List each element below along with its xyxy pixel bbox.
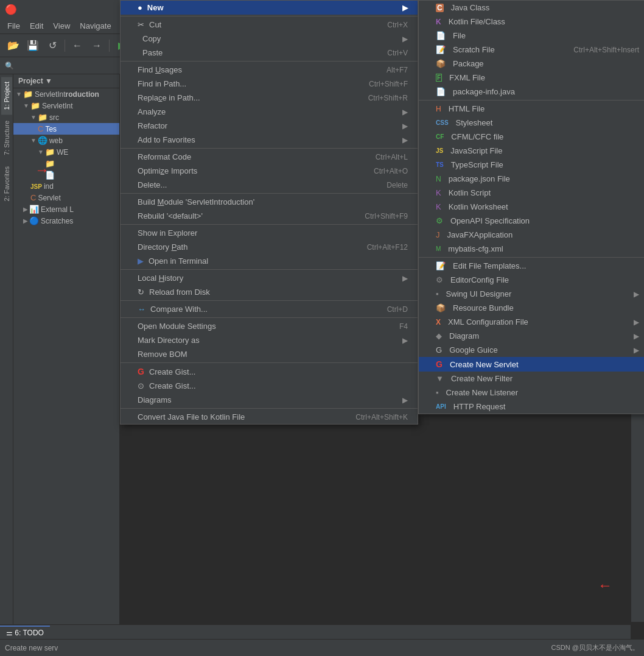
cm-item-mark-dir[interactable]: Mark Directory as ▶ xyxy=(121,333,418,347)
cm-item-paste[interactable]: Paste Ctrl+V xyxy=(121,46,418,60)
sm-item-ts[interactable]: TS TypeScript File xyxy=(419,158,644,172)
refresh-button[interactable]: ↺ xyxy=(44,37,61,54)
sm-item-create-servlet[interactable]: G Create New Servlet xyxy=(419,357,644,372)
cm-label-dir-path: Directory Path xyxy=(138,242,187,252)
sm-item-create-filter[interactable]: ▼ Create New Filter xyxy=(419,372,644,386)
tree-item-root[interactable]: ▼ 📁 ServletIntroduction xyxy=(13,88,119,100)
sm-item-pkg-info-left: 📄 package-info.java xyxy=(436,87,515,96)
menu-navigate[interactable]: Navigate xyxy=(75,19,116,32)
sm-item-javafx[interactable]: J JavaFXApplication xyxy=(419,228,644,242)
cm-item-compare[interactable]: ↔ Compare With... Ctrl+D xyxy=(121,302,418,316)
sm-item-pkg-json[interactable]: N package.json File xyxy=(419,172,644,186)
sm-item-file[interactable]: 📄 File xyxy=(419,29,644,43)
open-folder-button[interactable]: 📂 xyxy=(5,37,22,54)
cm-item-copy[interactable]: Copy ▶ xyxy=(121,32,418,46)
cm-item-compare-left: ↔ Compare With... xyxy=(138,305,208,314)
sm-item-create-listener[interactable]: ▪ Create New Listener xyxy=(419,386,644,400)
cm-item-reformat[interactable]: Reformat Code Ctrl+Alt+L xyxy=(121,150,418,164)
sm-item-html[interactable]: H HTML File xyxy=(419,102,644,116)
cm-label-show-explorer: Show in Explorer xyxy=(138,228,197,238)
cm-item-analyze[interactable]: Analyze ▶ xyxy=(121,105,418,119)
cm-item-refactor[interactable]: Refactor ▶ xyxy=(121,119,418,133)
cm-item-optimize[interactable]: Optimize Imports Ctrl+Alt+O xyxy=(121,164,418,178)
tree-item-we[interactable]: ▼ 📁 WE xyxy=(13,146,119,158)
save-button[interactable]: 💾 xyxy=(24,37,41,54)
cm-item-find-path[interactable]: Find in Path... Ctrl+Shift+F xyxy=(121,77,418,91)
cm-item-show-explorer[interactable]: Show in Explorer xyxy=(121,226,418,240)
tree-item-servletint[interactable]: ▼ 📁 ServletInt xyxy=(13,100,119,111)
kotlin-file-icon: K xyxy=(436,18,441,26)
cm-item-cut[interactable]: ✂ Cut Ctrl+X xyxy=(121,18,418,32)
sm-item-package[interactable]: 📦 Package xyxy=(419,57,644,71)
sm-item-pkg-info[interactable]: 📄 package-info.java xyxy=(419,85,644,99)
cm-shortcut-find-path: Ctrl+Shift+F xyxy=(369,80,408,88)
tree-item-ind[interactable]: JSP ind xyxy=(13,181,119,192)
tree-item-tes[interactable]: C Tes xyxy=(13,123,119,135)
sm-item-fxml-left: F FXML File xyxy=(436,73,485,82)
menu-view[interactable]: View xyxy=(48,19,75,32)
sm-item-swing[interactable]: ▪ Swing UI Designer ▶ xyxy=(419,287,644,301)
tree-label-ind: ind xyxy=(44,182,54,191)
sm-item-kotlin-file[interactable]: K Kotlin File/Class xyxy=(419,15,644,29)
cm-item-new[interactable]: ● New ▶ xyxy=(121,1,418,15)
tree-arrow-servletint: ▼ xyxy=(23,102,29,109)
sidebar-tab-structure[interactable]: 7: Structure xyxy=(1,116,12,160)
cm-item-delete[interactable]: Delete... Delete xyxy=(121,178,418,192)
sm-item-resource-bundle[interactable]: 📦 Resource Bundle xyxy=(419,301,644,315)
cm-item-remove-bom[interactable]: Remove BOM xyxy=(121,347,418,361)
sm-item-cfml[interactable]: CF CFML/CFC file xyxy=(419,130,644,144)
cm-item-dir-path[interactable]: Directory Path Ctrl+Alt+F12 xyxy=(121,240,418,254)
cm-item-create-gist2[interactable]: ⊙ Create Gist... xyxy=(121,379,418,393)
cm-item-convert-kotlin[interactable]: Convert Java File to Kotlin File Ctrl+Al… xyxy=(121,410,418,424)
tree-item-web[interactable]: ▼ 🌐 web xyxy=(13,135,119,146)
sm-item-openapi[interactable]: ⚙ OpenAPI Specification xyxy=(419,214,644,228)
cm-item-find-usages[interactable]: Find Usages Alt+F7 xyxy=(121,63,418,77)
sm-item-java-class[interactable]: C Java Class xyxy=(419,1,644,15)
cm-item-rebuild[interactable]: Rebuild '<default>' Ctrl+Shift+F9 xyxy=(121,209,418,223)
menu-file[interactable]: File xyxy=(2,19,25,32)
cm-item-replace-path[interactable]: Replace in Path... Ctrl+Shift+R xyxy=(121,91,418,105)
create-listener-icon: ▪ xyxy=(436,388,439,397)
sm-item-edit-templates[interactable]: 📝 Edit File Templates... xyxy=(419,259,644,273)
tree-item-servlet[interactable]: C Servlet xyxy=(13,192,119,203)
sm-item-http-request[interactable]: API HTTP Request xyxy=(419,400,644,414)
sm-item-kotlin-worksheet[interactable]: K Kotlin Worksheet xyxy=(419,200,644,214)
back-button[interactable]: ← xyxy=(69,37,86,54)
sm-item-diagram[interactable]: ◆ Diagram ▶ xyxy=(419,329,644,343)
sm-arrow-swing: ▶ xyxy=(634,290,639,298)
cm-item-reload[interactable]: ↻ Reload from Disk xyxy=(121,285,418,299)
sm-item-resource-bundle-left: 📦 Resource Bundle xyxy=(436,303,514,312)
forward-button[interactable]: → xyxy=(88,37,105,54)
sm-item-stylesheet[interactable]: CSS Stylesheet xyxy=(419,116,644,130)
cm-label-compare: Compare With... xyxy=(150,305,208,314)
cm-label-paste: Paste xyxy=(142,48,163,57)
tree-item-folder-inner[interactable]: 📁 xyxy=(13,158,119,169)
cm-item-build-module[interactable]: Build Module 'ServletIntroduction' xyxy=(121,195,418,209)
cm-item-add-favorites[interactable]: Add to Favorites ▶ xyxy=(121,133,418,147)
tree-item-external[interactable]: ▶ 📊 External L xyxy=(13,203,119,215)
sm-item-js[interactable]: JS JavaScript File xyxy=(419,144,644,158)
cm-item-create-gist1[interactable]: G Create Gist... xyxy=(121,364,418,379)
sidebar-tab-project[interactable]: 1: Project xyxy=(1,77,12,115)
cm-item-module-settings[interactable]: Open Module Settings F4 xyxy=(121,319,418,333)
cm-item-terminal[interactable]: ▶ Open in Terminal xyxy=(121,254,418,268)
sidebar-tab-favorites[interactable]: 2: Favorites xyxy=(1,161,12,206)
bottom-tab-todo[interactable]: ⚌ 6: TODO xyxy=(0,626,50,639)
tree-item-src[interactable]: ▼ 📁 src xyxy=(13,111,119,123)
sm-item-openapi-left: ⚙ OpenAPI Specification xyxy=(436,216,530,225)
sm-item-mybatis[interactable]: M mybatis-cfg.xml xyxy=(419,242,644,256)
tree-item-scratches[interactable]: ▶ 🔵 Scratches xyxy=(13,215,119,227)
cm-arrow-diagrams: ▶ xyxy=(402,396,408,404)
sm-item-editorconfig[interactable]: ⚙ EditorConfig File xyxy=(419,273,644,287)
sm-item-xml-config[interactable]: X XML Configuration File ▶ xyxy=(419,315,644,329)
cm-item-local-history[interactable]: Local History ▶ xyxy=(121,271,418,285)
status-bar: Create new serv CSDN @贝贝木不是小淘气。 xyxy=(0,639,644,656)
tree-item-file-inner[interactable]: 📄 xyxy=(13,169,119,181)
sm-item-kotlin-script[interactable]: K Kotlin Script xyxy=(419,186,644,200)
tree-arrow-external: ▶ xyxy=(23,206,28,213)
sm-item-fxml[interactable]: F FXML File xyxy=(419,71,644,85)
sm-item-google-guice[interactable]: G Google Guice ▶ xyxy=(419,343,644,357)
cm-item-diagrams[interactable]: Diagrams ▶ xyxy=(121,393,418,407)
menu-edit[interactable]: Edit xyxy=(25,19,48,32)
sm-item-scratch[interactable]: 📝 Scratch File Ctrl+Alt+Shift+Insert xyxy=(419,43,644,57)
